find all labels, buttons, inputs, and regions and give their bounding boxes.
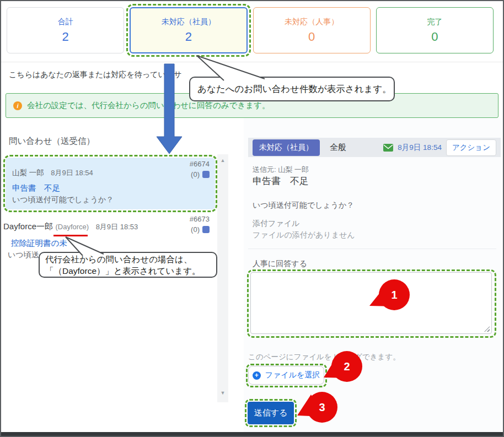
inquiry-subject[interactable]: 控除証明書の未 — [11, 238, 67, 249]
inquiry-preview: いつ頃送付可能でしょうか？ — [12, 195, 114, 205]
reply-label: 人事に回答する — [253, 259, 307, 269]
detail-subject: 申告書 不足 — [253, 175, 309, 187]
card-total-label: 合計 — [58, 17, 73, 27]
scroll-up-icon[interactable]: ▲ — [217, 155, 228, 165]
inquiry-id: #6673 — [190, 215, 210, 223]
summary-cards: 合計 2 未対応（社員） 2 未対応（人事） 0 完了 0 — [7, 7, 494, 53]
top-divider — [1, 62, 503, 62]
inquiry-datetime: 8月9日 18:53 — [96, 223, 138, 231]
card-pending-hr-value: 0 — [308, 30, 315, 44]
plus-icon: + — [253, 371, 261, 380]
detail-datetime: 8月9日 18:54 — [398, 143, 442, 153]
status-badge: 未対応（社員） — [253, 139, 320, 156]
detail-body: いつ頃送付可能でしょうか？ — [253, 201, 354, 211]
inquiry-sender-line: Dayforce一郎 (Dayforce) 8月9日 18:53 — [3, 222, 138, 232]
envelope-icon — [383, 144, 393, 152]
category-label: 全般 — [330, 142, 346, 153]
step-badge-1: 1 — [379, 279, 410, 310]
scroll-down-icon[interactable]: ▼ — [217, 388, 228, 398]
inquiry-agent-tag: (Dayforce) — [55, 223, 89, 231]
inquiry-list-title: 問い合わせ（送受信） — [9, 136, 95, 147]
reply-textarea[interactable] — [250, 272, 492, 334]
submit-button[interactable]: 送信する — [248, 402, 294, 424]
file-select-button[interactable]: + ファイルを選択 — [248, 366, 324, 385]
sender-label: 送信元: 山梨 一郎 — [253, 165, 309, 175]
card-pending-hr-label: 未対応（人事） — [285, 17, 339, 27]
inquiry-id: #6674 — [190, 160, 210, 168]
drag-hint-text: このページにファイルをドラッグできます。 — [248, 352, 400, 362]
attachment-label: 添付ファイル — [253, 219, 299, 229]
file-select-label: ファイルを選択 — [265, 370, 320, 380]
card-complete-value: 0 — [431, 30, 438, 44]
attachment-empty-text: ファイルの添付がありません — [253, 230, 355, 240]
inquiry-datetime: 8月9日 18:54 — [51, 169, 93, 177]
card-pending-employee-value: 2 — [185, 30, 192, 44]
inquiry-item-selected[interactable]: #6674 (0) 山梨 一郎 8月9日 18:54 申告書 不足 いつ頃送付可… — [6, 158, 215, 209]
card-pending-employee[interactable]: 未対応（社員） 2 — [130, 7, 247, 53]
reply-indicator-icon — [202, 171, 210, 178]
card-total-value: 2 — [62, 30, 69, 44]
description-text: こちらはあなたの返事または対応を待っているサ — [9, 70, 182, 80]
reply-count: (0) — [191, 225, 210, 234]
inquiry-preview: いつ頃送 — [8, 250, 39, 260]
reply-indicator-icon — [202, 226, 210, 233]
step-badge-3: 3 — [307, 392, 337, 423]
card-complete-label: 完了 — [427, 17, 442, 27]
inquiry-sender: 山梨 一郎 — [12, 169, 44, 177]
action-button[interactable]: アクション — [446, 139, 496, 156]
detail-header: 未対応（社員） 全般 8月9日 18:54 アクション — [248, 138, 501, 157]
reply-count: (0) — [191, 170, 210, 179]
inquiry-subject[interactable]: 申告書 不足 — [12, 183, 60, 193]
detail-divider — [248, 249, 496, 249]
step-badge-2: 2 — [331, 351, 362, 382]
inquiry-sender: Dayforce一郎 — [3, 222, 53, 231]
card-total[interactable]: 合計 2 — [7, 7, 124, 53]
card-complete[interactable]: 完了 0 — [376, 7, 494, 53]
info-icon: i — [13, 101, 22, 110]
list-scrollbar[interactable]: ▲ ▼ — [217, 154, 228, 402]
card-pending-employee-label: 未対応（社員） — [162, 17, 216, 27]
dayforce-underline-annotation — [53, 235, 88, 236]
card-pending-hr[interactable]: 未対応（人事） 0 — [253, 7, 371, 53]
bottom-border-bar — [1, 432, 503, 436]
callout-dayforce-note: 代行会社からの問い合わせの場合は、 「（Dayforce）」と表示されています。 — [39, 252, 217, 278]
inquiry-sender-line: 山梨 一郎 8月9日 18:54 — [12, 168, 93, 178]
callout-count-note: あなたへのお問い合わせ件数が表示されます。 — [189, 77, 395, 101]
info-banner-text: 会社の設定では、代行会社からの問い合わせに回答のみできます。 — [27, 100, 270, 111]
inquiry-page: 合計 2 未対応（社員） 2 未対応（人事） 0 完了 0 こちらはあなたの返事… — [0, 0, 504, 437]
